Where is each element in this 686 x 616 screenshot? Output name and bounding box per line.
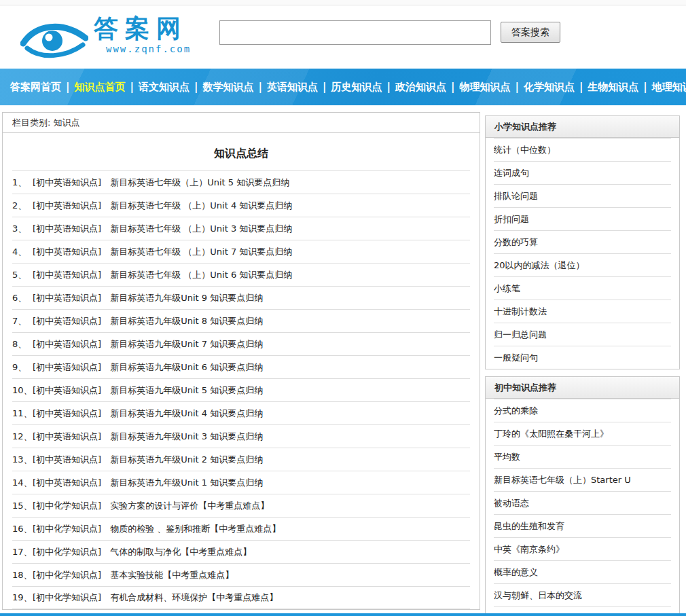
list-item-title-link[interactable]: 新目标英语九年级Unit 9 知识要点归纳 (110, 292, 263, 304)
sidebar-link[interactable]: 归一归总问题 (494, 323, 671, 346)
list-item-title-link[interactable]: 基本实验技能【中考重点难点】 (110, 569, 234, 581)
list-item-number: 14、 (12, 477, 33, 489)
sidebar-link[interactable]: 昆虫的生殖和发育 (494, 514, 671, 537)
nav-item: 知识点首页 | (69, 81, 133, 94)
logo-title: 答案网 (94, 15, 191, 42)
list-item-title-link[interactable]: 新目标英语九年级Unit 6 知识要点归纳 (110, 361, 263, 374)
list-item-title-link[interactable]: 新目标英语七年级 （上）Unit 3 知识要点归纳 (110, 223, 292, 235)
list-item-category-link[interactable]: [初中化学知识点] (33, 569, 101, 581)
list-item-title-link[interactable]: 新目标英语七年级 （上）Unit 6 知识要点归纳 (110, 269, 292, 281)
list-item-category-link[interactable]: [初中英语知识点] (33, 431, 101, 443)
logo-text: 答案网 www.zqnf.com (94, 15, 191, 54)
nav-link[interactable]: 政治知识点 (391, 81, 451, 94)
list-item-number: 2、 (12, 200, 33, 212)
footer-bar (0, 613, 686, 616)
nav-link[interactable]: 历史知识点 (326, 81, 386, 94)
sidebar-link[interactable]: 十进制计数法 (494, 300, 671, 323)
list-item-title-link[interactable]: 新目标英语九年级Unit 5 知识要点归纳 (110, 384, 263, 397)
list-item: 3、 [初中英语知识点] 新目标英语七年级 （上）Unit 3 知识要点归纳 (12, 217, 470, 240)
sidebar-link[interactable]: 统计（中位数） (494, 138, 671, 161)
list-item-category-link[interactable]: [初中英语知识点] (33, 177, 101, 189)
nav-link[interactable]: 数学知识点 (198, 81, 258, 94)
list-item-category-link[interactable]: [初中英语知识点] (33, 315, 101, 327)
list-item-category-link[interactable]: [初中英语知识点] (33, 361, 101, 374)
list-item-category-link[interactable]: [初中英语知识点] (33, 338, 101, 350)
sidebar-section-title: 小学知识点推荐 (486, 116, 679, 138)
nav-link[interactable]: 语文知识点 (134, 81, 194, 94)
sidebar-link[interactable]: 连词成句 (494, 161, 671, 184)
sidebar-link[interactable]: 被动语态 (494, 491, 671, 514)
nav-item: 化学知识点 | (519, 81, 583, 94)
sidebar-link[interactable]: 新目标英语七年级（上）Starter U (494, 468, 671, 491)
nav-item: 物理知识点 | (454, 81, 518, 94)
sidebar-link[interactable]: 一般疑问句 (494, 346, 671, 369)
search-button[interactable]: 答案搜索 (501, 22, 560, 43)
list-item: 19、 [初中化学知识点] 有机合成材料、环境保护【中考重点难点】 (12, 586, 470, 609)
list-item-title-link[interactable]: 气体的制取与净化【中考重点难点】 (110, 546, 251, 558)
list-item-title-link[interactable]: 新目标英语九年级Unit 2 知识要点归纳 (110, 454, 263, 466)
list-item-category-link[interactable]: [初中英语知识点] (33, 477, 101, 489)
list-item-category-link[interactable]: [初中化学知识点] (33, 592, 101, 604)
nav-item: 语文知识点 | (134, 81, 198, 94)
list-item-title-link[interactable]: 新目标英语九年级Unit 4 知识要点归纳 (110, 407, 263, 420)
page-title: 知识点总结 (3, 133, 480, 170)
list-item-title-link[interactable]: 物质的检验 、鉴别和推断【中考重点难点】 (110, 523, 281, 535)
sidebar-link[interactable]: 分数的巧算 (494, 230, 671, 253)
nav-link[interactable]: 物理知识点 (454, 81, 515, 94)
sidebar: 小学知识点推荐 统计（中位数）连词成句排队论问题折扣问题分数的巧算20以内的减法… (485, 115, 680, 616)
list-item-category-link[interactable]: [初中化学知识点] (33, 546, 101, 558)
sidebar-link[interactable]: 折扣问题 (494, 207, 671, 230)
list-item-number: 18、 (12, 569, 33, 581)
nav-link[interactable]: 化学知识点 (519, 81, 579, 94)
list-item: 10、 [初中英语知识点] 新目标英语九年级Unit 5 知识要点归纳 (12, 378, 470, 401)
list-item: 18、 [初中化学知识点] 基本实验技能【中考重点难点】 (12, 563, 470, 586)
sidebar-link[interactable]: 20以内的减法（退位） (494, 253, 671, 276)
list-item-category-link[interactable]: [初中英语知识点] (33, 407, 101, 420)
breadcrumb: 栏目类别: 知识点 (3, 113, 480, 133)
sidebar-section-title: 初中知识点推荐 (486, 377, 679, 399)
nav-link[interactable]: 英语知识点 (262, 81, 323, 94)
sidebar-link[interactable]: 中英《南京条约》 (494, 537, 671, 560)
nav-link[interactable]: 地理知识点 (647, 81, 686, 94)
list-item-category-link[interactable]: [初中英语知识点] (33, 246, 101, 258)
list-item: 6、 [初中英语知识点] 新目标英语九年级Unit 9 知识要点归纳 (12, 286, 470, 309)
list-item-category-link[interactable]: [初中化学知识点] (33, 500, 101, 512)
sidebar-link[interactable]: 平均数 (494, 445, 671, 468)
sidebar-link[interactable]: 汉与朝鲜、日本的交流 (494, 583, 671, 606)
nav-link[interactable]: 生物知识点 (583, 81, 643, 94)
list-item-category-link[interactable]: [初中英语知识点] (33, 292, 101, 304)
nav-link[interactable]: 答案网首页 (5, 81, 66, 94)
list-item-number: 3、 (12, 223, 33, 235)
list-item-category-link[interactable]: [初中英语知识点] (33, 269, 101, 281)
sidebar-link[interactable]: 丁玲的《太阳照在桑干河上》 (494, 422, 671, 445)
list-item-category-link[interactable]: [初中英语知识点] (33, 200, 101, 212)
list-item-category-link[interactable]: [初中英语知识点] (33, 223, 101, 235)
site-logo[interactable]: 答案网 www.zqnf.com (20, 15, 191, 60)
list-item-number: 17、 (12, 546, 33, 558)
nav-item: 政治知识点 | (391, 81, 454, 94)
list-item-title-link[interactable]: 新目标英语七年级 （上）Unit 7 知识要点归纳 (110, 246, 292, 258)
sidebar-list: 统计（中位数）连词成句排队论问题折扣问题分数的巧算20以内的减法（退位）小练笔十… (486, 138, 679, 369)
list-item-title-link[interactable]: 新目标英语九年级Unit 3 知识要点归纳 (110, 431, 263, 443)
search-input[interactable] (219, 20, 491, 45)
list-item-title-link[interactable]: 有机合成材料、环境保护【中考重点难点】 (110, 592, 278, 604)
list-item-category-link[interactable]: [初中化学知识点] (33, 523, 101, 535)
sidebar-link[interactable]: 概率的意义 (494, 560, 671, 583)
list-item-title-link[interactable]: 新目标英语七年级 （上）Unit 4 知识要点归纳 (110, 200, 292, 212)
list-item-title-link[interactable]: 新目标英语九年级Unit 1 知识要点归纳 (110, 477, 263, 489)
list-item: 14、 [初中英语知识点] 新目标英语九年级Unit 1 知识要点归纳 (12, 471, 470, 494)
nav-link[interactable]: 知识点首页 (69, 81, 130, 94)
list-item-title-link[interactable]: 新目标英语七年级（上）Unit 5 知识要点归纳 (110, 177, 289, 189)
sidebar-link[interactable]: 排队论问题 (494, 184, 671, 207)
nav-item: 英语知识点 | (262, 81, 326, 94)
list-item: 4、 [初中英语知识点] 新目标英语七年级 （上）Unit 7 知识要点归纳 (12, 240, 470, 263)
middle-school-recommend-box: 初中知识点推荐 分式的乘除丁玲的《太阳照在桑干河上》平均数新目标英语七年级（上）… (485, 376, 680, 616)
list-item-title-link[interactable]: 新目标英语九年级Unit 8 知识要点归纳 (110, 315, 263, 327)
list-item-title-link[interactable]: 新目标英语九年级Unit 7 知识要点归纳 (110, 338, 263, 350)
sidebar-link[interactable]: 分式的乘除 (494, 399, 671, 422)
list-item-title-link[interactable]: 实验方案的设计与评价【中考重点难点】 (110, 500, 269, 512)
list-item-category-link[interactable]: [初中英语知识点] (33, 454, 101, 466)
sidebar-link[interactable]: 小练笔 (494, 276, 671, 300)
list-item-category-link[interactable]: [初中英语知识点] (33, 384, 101, 397)
list-item: 2、 [初中英语知识点] 新目标英语七年级 （上）Unit 4 知识要点归纳 (12, 194, 470, 217)
